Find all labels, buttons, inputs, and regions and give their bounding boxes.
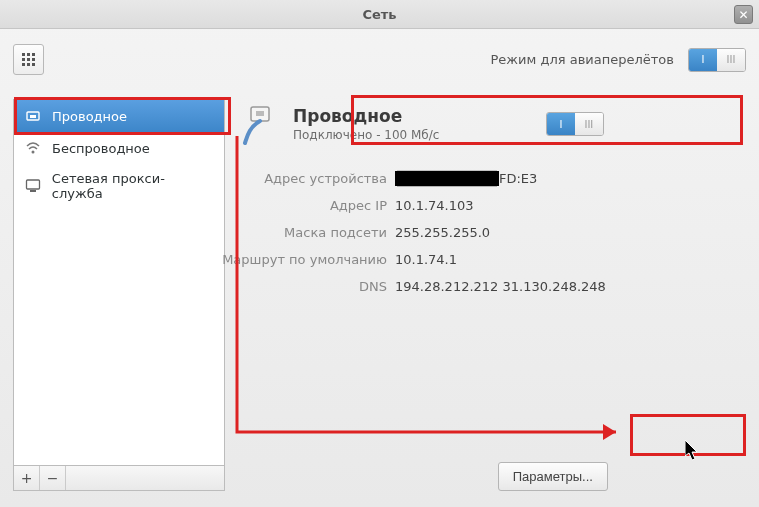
ip-address-value: 10.1.74.103 <box>395 198 606 213</box>
wired-icon <box>24 107 42 125</box>
connection-title: Проводное <box>293 106 439 126</box>
sidebar-item-proxy[interactable]: Сетевая прокси-служба <box>14 164 224 208</box>
remove-connection-button[interactable]: − <box>40 466 66 490</box>
dns-label: DNS <box>217 279 387 294</box>
connection-switch[interactable]: I III <box>546 112 604 136</box>
wired-connection-icon <box>239 103 281 145</box>
sidebar-item-label: Беспроводное <box>52 141 150 156</box>
switch-on-icon: I <box>689 49 717 71</box>
window-title: Сеть <box>362 7 396 22</box>
switch-off-icon: III <box>575 113 603 135</box>
ip-address-label: Адрес IP <box>217 198 387 213</box>
connection-info: Адрес устройства ██████████FD:E3 Адрес I… <box>217 171 606 294</box>
add-connection-button[interactable]: + <box>14 466 40 490</box>
all-settings-button[interactable] <box>13 44 44 75</box>
svg-rect-4 <box>30 190 36 192</box>
titlebar: Сеть ✕ <box>0 0 759 29</box>
airplane-mode-label: Режим для авиаперелётов <box>491 52 674 67</box>
airplane-mode-switch[interactable]: I III <box>688 48 746 72</box>
sidebar-item-wired[interactable]: Проводное <box>14 100 224 132</box>
svg-rect-1 <box>30 115 36 118</box>
minus-icon: − <box>47 470 59 486</box>
subnet-mask-label: Маска подсети <box>217 225 387 240</box>
subnet-mask-value: 255.255.255.0 <box>395 225 606 240</box>
switch-on-icon: I <box>547 113 575 135</box>
svg-point-2 <box>32 151 35 154</box>
switch-off-icon: III <box>717 49 745 71</box>
svg-rect-3 <box>26 180 39 189</box>
gateway-value: 10.1.74.1 <box>395 252 606 267</box>
redacted-mac: ██████████ <box>395 171 499 186</box>
proxy-icon <box>24 177 42 195</box>
connection-status: Подключено - 100 Мб/с <box>293 128 439 142</box>
gateway-label: Маршрут по умолчанию <box>217 252 387 267</box>
connection-header: Проводное Подключено - 100 Мб/с I III <box>237 99 606 149</box>
grid-icon <box>22 53 35 66</box>
sidebar-item-wireless[interactable]: Беспроводное <box>14 132 224 164</box>
sidebar: Проводное Беспроводное Сетевая прокси-сл… <box>13 99 225 491</box>
wireless-icon <box>24 139 42 157</box>
close-icon: ✕ <box>738 8 748 22</box>
close-button[interactable]: ✕ <box>734 5 753 24</box>
sidebar-item-label: Сетевая прокси-служба <box>52 171 214 201</box>
svg-rect-6 <box>256 111 264 116</box>
hw-address-value: ██████████FD:E3 <box>395 171 606 186</box>
sidebar-item-label: Проводное <box>52 109 127 124</box>
parameters-button[interactable]: Параметры... <box>498 462 608 491</box>
plus-icon: + <box>21 470 33 486</box>
hw-address-label: Адрес устройства <box>217 171 387 186</box>
dns-value: 194.28.212.212 31.130.248.248 <box>395 279 606 294</box>
